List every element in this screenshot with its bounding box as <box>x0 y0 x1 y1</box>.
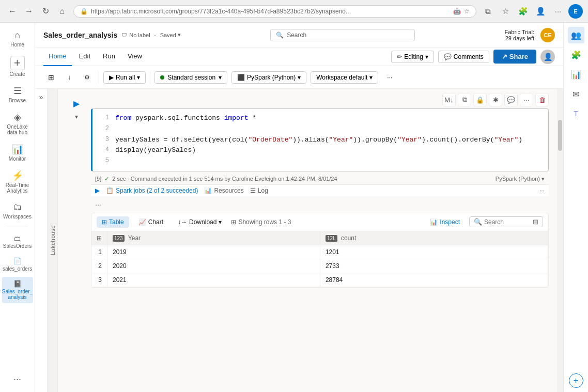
right-sidebar-add-btn[interactable]: + <box>569 373 583 388</box>
right-sidebar-puzzle-btn[interactable]: 🧩 <box>568 46 584 63</box>
app-header: Sales_order_analysis 🛡 No label · Saved … <box>35 23 563 48</box>
row-num-2: 2 <box>91 259 107 273</box>
ext-btn[interactable]: 🧩 <box>516 4 530 19</box>
menu-edit[interactable]: Edit <box>74 48 96 66</box>
user-avatar[interactable]: CE <box>540 28 555 42</box>
menu-view[interactable]: View <box>122 48 147 66</box>
cell-md-btn[interactable]: M↓ <box>442 93 456 106</box>
log-button[interactable]: ☰ Log <box>250 187 268 194</box>
menu-run[interactable]: Run <box>98 48 120 66</box>
analysis-icon: 📓 <box>13 280 22 288</box>
table-search-box[interactable]: 🔍 ⊟ <box>469 216 543 227</box>
more-icon: ··· <box>13 374 21 385</box>
more-btn[interactable]: ··· <box>551 4 565 19</box>
cell-status-text: 2 sec · Command executed in 1 sec 514 ms… <box>112 176 337 182</box>
cell-lock-btn[interactable]: 🔒 <box>473 93 487 106</box>
lakehouse-sidebar: Lakehouse <box>48 89 58 392</box>
sidebar-item-analysis[interactable]: 📓 Sales_order_analysis <box>2 277 33 303</box>
menu-home[interactable]: Home <box>43 48 72 66</box>
cell-chevron[interactable]: ▾ <box>71 112 82 122</box>
scrollbar[interactable] <box>557 89 563 392</box>
editing-button[interactable]: ✏ Editing ▾ <box>391 51 434 63</box>
sidebar-item-create[interactable]: + Create <box>2 53 33 80</box>
sidebar-item-analysis-label: Sales_order_analysis <box>2 289 33 300</box>
cell-asterisk-btn[interactable]: ✱ <box>489 93 502 106</box>
browser-avatar[interactable]: E <box>568 4 583 19</box>
cell-editor[interactable]: 1 from pyspark.sql.functions import * 2 … <box>91 108 549 171</box>
run-icon: ▶ <box>109 74 114 81</box>
share-button[interactable]: ↗ Share <box>493 50 536 64</box>
forward-button[interactable]: → <box>22 4 36 19</box>
sidebar-item-workspaces[interactable]: 🗂 Workspaces <box>2 199 33 223</box>
cell-more-btn[interactable]: ··· <box>520 93 533 106</box>
kernel-button[interactable]: ⬛ PySpark (Python) ▾ <box>231 71 306 84</box>
sidebar-item-sales-orders-label: sales_orders <box>3 266 32 272</box>
table-view-button[interactable]: ⊞ Table <box>97 216 129 228</box>
download-icon: ↓ <box>68 74 71 81</box>
add-cell-button[interactable]: ⊞ <box>43 71 59 84</box>
profile-btn[interactable]: 👤 <box>533 4 548 19</box>
resources-button[interactable]: 📊 Resources <box>204 187 243 194</box>
session-button[interactable]: Standard session ▾ <box>154 71 227 84</box>
download-label: Download <box>189 218 216 226</box>
refresh-button[interactable]: ↻ <box>38 4 53 19</box>
comments-button[interactable]: 💬 Comments <box>438 51 489 63</box>
collapse-icon[interactable]: » <box>39 93 43 101</box>
sidebar-item-salesorders-label: SalesOrders <box>3 243 32 249</box>
toolbar-more-button[interactable]: ··· <box>382 71 397 84</box>
workspace-button[interactable]: Workspace default ▾ <box>311 71 378 84</box>
trial-line1: Fabric Trial: <box>505 29 534 35</box>
cell-number: [9] <box>95 176 101 182</box>
kernel-icon: ⬛ <box>237 74 245 81</box>
right-sidebar-chart-btn[interactable]: 📊 <box>568 66 584 83</box>
sidebar-item-sales-orders[interactable]: 📄 sales_orders <box>2 254 33 275</box>
sidebar-item-home[interactable]: ⌂ Home <box>2 27 33 51</box>
spark-jobs-info[interactable]: 📋 Spark jobs (2 of 2 succeeded) <box>106 187 198 194</box>
workspace-label: Workspace default <box>316 74 367 81</box>
cell-copy-btn[interactable]: ⧉ <box>458 93 471 106</box>
sidebar-collapse[interactable]: » <box>35 89 48 392</box>
spark-jobs-more[interactable]: ··· <box>539 187 545 194</box>
year-col-label: Year <box>128 234 141 242</box>
address-bar[interactable]: 🔒 https://app.fabric.microsoft.com/group… <box>73 5 476 18</box>
header-search-box[interactable]: 🔍 Search <box>270 29 415 41</box>
people-icon: 👥 <box>571 30 581 40</box>
count-cell-3: 28784 <box>320 273 548 287</box>
rows-info: ⊞ Showing rows 1 - 3 <box>231 218 291 226</box>
sidebar-item-monitor[interactable]: 📊 Monitor <box>2 140 33 165</box>
right-sidebar-teams-btn[interactable]: T <box>568 105 584 122</box>
inspect-button[interactable]: 📊 Inspect <box>425 216 465 228</box>
right-sidebar-mail-btn[interactable]: ✉ <box>568 86 584 102</box>
tab-btn[interactable]: ⧉ <box>481 4 495 19</box>
sidebar-item-onelake[interactable]: ◈ OneLake data hub <box>2 108 33 138</box>
scrollbar-thumb[interactable] <box>558 120 562 151</box>
right-sidebar-people-btn[interactable]: 👥 <box>568 27 584 43</box>
sidebar-more-btn[interactable]: ··· <box>2 371 33 388</box>
sidebar-item-realtime[interactable]: ⚡ Real-Time Analytics <box>2 167 33 197</box>
expand-button[interactable]: ▶ <box>95 187 100 194</box>
run-all-button[interactable]: ▶ Run all ▾ <box>103 71 146 84</box>
download-arrow-icon: ↓→ <box>178 218 187 226</box>
chart-view-button[interactable]: 📈 Chart <box>133 216 168 228</box>
cell-delete-btn[interactable]: 🗑 <box>535 93 549 106</box>
dot-separator: · <box>154 32 156 38</box>
download-button[interactable]: ↓ <box>63 71 75 84</box>
menu-avatar[interactable]: 👤 <box>540 50 555 64</box>
kernel-chevron: ▾ <box>298 74 301 81</box>
cell-run-button[interactable]: ▶ <box>70 97 83 109</box>
saved-indicator[interactable]: Saved ▾ <box>160 32 181 38</box>
sidebar-item-salesorders[interactable]: 🗃 SalesOrders <box>2 231 33 252</box>
search-input[interactable] <box>484 218 531 226</box>
notebook-scroll[interactable]: ▶ ▾ M↓ ⧉ 🔒 ✱ 💬 ··· 🗑 <box>58 89 557 392</box>
home-button[interactable]: ⌂ <box>55 4 69 19</box>
cell-output-more[interactable]: ··· <box>91 198 549 211</box>
cell-comment-btn[interactable]: 💬 <box>504 93 518 106</box>
count-col-label: count <box>341 234 356 242</box>
back-button[interactable]: ← <box>5 4 20 19</box>
settings-button[interactable]: ⚙ <box>80 71 95 84</box>
fav-btn[interactable]: ☆ <box>498 4 513 19</box>
cell-kernel-indicator[interactable]: PySpark (Python) ▾ <box>496 176 545 182</box>
sidebar-item-browse[interactable]: ☰ Browse <box>2 82 33 106</box>
download-table-button[interactable]: ↓→ Download ▾ <box>173 216 227 228</box>
filter-icon[interactable]: ⊟ <box>533 218 538 226</box>
